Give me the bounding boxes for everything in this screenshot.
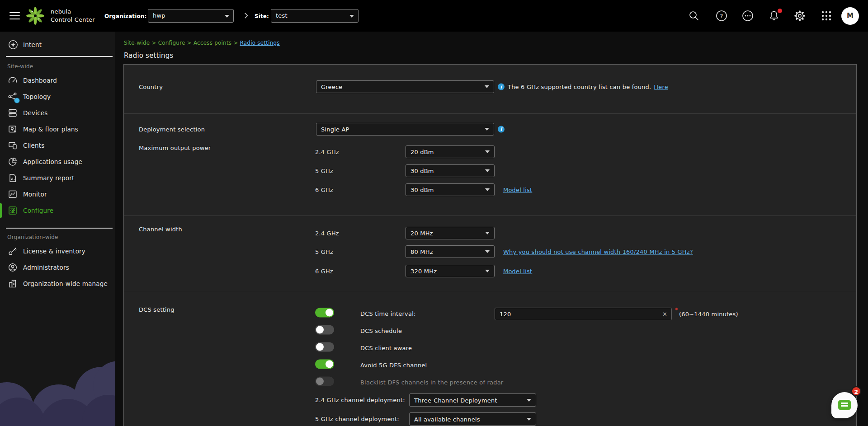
license-key-icon [8, 246, 18, 256]
avoid-5g-dfs-toggle[interactable] [315, 360, 334, 369]
sidebar-item-label: Dashboard [23, 77, 57, 84]
caret-down-icon [485, 150, 490, 153]
deployment-selection-select[interactable]: Single AP [316, 123, 494, 136]
dcs-time-interval-input[interactable]: 120 ✕ [495, 308, 672, 320]
sidebar-item-label: Applications usage [23, 158, 82, 165]
sidebar-item-configure[interactable]: Configure [0, 202, 115, 219]
model-list-link[interactable]: Model list [503, 187, 532, 193]
sidebar-item-map-floor-plans[interactable]: Map & floor plans [0, 121, 115, 137]
sidebar-section-site-wide: Site-wide [7, 63, 33, 70]
dcs-client-aware-toggle[interactable] [315, 342, 334, 352]
sidebar-item-summary-report[interactable]: Summary report [0, 170, 115, 186]
menu-icon[interactable] [9, 12, 20, 20]
chat-widget-button[interactable] [831, 392, 858, 418]
sidebar-item-monitor[interactable]: Monitor [0, 186, 115, 202]
info-icon[interactable]: i [498, 126, 505, 133]
width-5-select[interactable]: 80 MHz [406, 245, 495, 258]
here-link[interactable]: Here [654, 84, 668, 90]
sidebar-item-clients[interactable]: Clients [0, 137, 115, 154]
clear-input-icon[interactable]: ✕ [662, 311, 667, 318]
clients-icon [8, 140, 18, 150]
caret-down-icon [485, 270, 490, 272]
svg-text:?: ? [720, 13, 723, 19]
caret-down-icon [485, 85, 489, 88]
dcs-schedule-toggle[interactable] [315, 325, 334, 335]
caret-down-icon [225, 15, 229, 18]
caret-down-icon [527, 399, 531, 402]
header: nebula Control Center Organization: hwp … [0, 0, 868, 32]
caret-down-icon [485, 232, 490, 234]
channel-width-warning-link[interactable]: Why you should not use channel width 160… [503, 248, 693, 255]
width-5-value: 80 MHz [410, 248, 433, 255]
chat-unread-badge: 2 [851, 386, 861, 396]
deployment-value: Single AP [321, 126, 349, 133]
sidebar-item-label: License & inventory [23, 248, 85, 255]
sidebar-item-organization-wide-manage[interactable]: Organization-wide manage [0, 276, 115, 292]
width-24-select[interactable]: 20 MHz [406, 227, 495, 239]
settings-gear-icon[interactable] [794, 10, 806, 22]
breadcrumb: Site-wide > Configure > Access points > … [124, 40, 280, 46]
sidebar-item-administrators[interactable]: Administrators [0, 259, 115, 276]
channel-deployment-5-select[interactable]: All available channels [409, 412, 536, 426]
sidebar-item-intent[interactable]: Intent [0, 37, 115, 53]
sidebar-item-label: Administrators [23, 264, 69, 271]
search-icon[interactable] [688, 10, 700, 22]
dcs-setting-label: DCS setting [139, 306, 175, 313]
page-title: Radio settings [124, 51, 174, 60]
caret-down-icon [527, 418, 531, 421]
sidebar-item-applications-usage[interactable]: Applications usage [0, 154, 115, 170]
map-icon [8, 124, 18, 134]
dcs-time-interval-toggle[interactable] [315, 308, 334, 318]
country-select[interactable]: Greece [316, 80, 494, 93]
info-icon[interactable]: i [498, 84, 505, 90]
apps-grid-icon[interactable] [821, 10, 832, 22]
power-6-value: 30 dBm [410, 187, 434, 193]
notification-dot [778, 9, 782, 13]
caret-down-icon [485, 188, 490, 191]
brand-text: nebula Control Center [51, 8, 95, 24]
channel-deployment-5-value: All available channels [414, 416, 480, 422]
country-label: Country [139, 84, 163, 90]
organization-value: hwp [153, 12, 165, 19]
sidebar-section-organization-wide: Organization-wide [7, 234, 58, 240]
organization-label: Organization: [104, 13, 146, 19]
sidebar-item-devices[interactable]: Devices [0, 105, 115, 121]
brand-line1: nebula [51, 8, 95, 16]
section-divider [124, 292, 856, 292]
site-select[interactable]: test [271, 9, 359, 23]
breadcrumb-radio-settings[interactable]: Radio settings [240, 40, 280, 46]
breadcrumb-site-wide[interactable]: Site-wide [124, 40, 150, 46]
sidebar-item-license-inventory[interactable]: License & inventory [0, 243, 115, 259]
topology-badge [14, 98, 20, 103]
width-6-value: 320 MHz [410, 268, 437, 275]
caret-down-icon [349, 15, 354, 18]
width-6-select[interactable]: 320 MHz [406, 265, 495, 277]
deployment-selection-label: Deployment selection [139, 126, 205, 133]
avatar[interactable]: M [841, 7, 859, 25]
intent-icon [8, 39, 19, 50]
breadcrumb-access-points[interactable]: Access points [193, 40, 231, 46]
band-label: 5 GHz [315, 168, 333, 174]
blacklist-dfs-label: Blacklist DFS channels in the presence o… [360, 379, 503, 386]
site-value: test [276, 12, 288, 19]
more-icon[interactable] [742, 10, 754, 22]
band-label: 5 GHz [315, 248, 333, 255]
sidebar-item-dashboard[interactable]: Dashboard [0, 72, 115, 89]
help-icon[interactable]: ? [716, 10, 727, 22]
power-6-select[interactable]: 30 dBm [406, 183, 495, 196]
dcs-schedule-label: DCS schedule [360, 328, 402, 334]
radio-settings-panel: Country Greece i The 6 GHz supported cou… [123, 64, 857, 426]
dashboard-icon [8, 75, 18, 85]
brand-line2: Control Center [51, 16, 95, 24]
organization-select[interactable]: hwp [148, 9, 234, 23]
sidebar-divider [6, 228, 113, 229]
channel-deployment-24-select[interactable]: Three-Channel Deployment [409, 393, 536, 407]
power-24-select[interactable]: 20 dBm [406, 145, 495, 158]
model-list-link[interactable]: Model list [503, 268, 532, 275]
applications-usage-icon [8, 157, 18, 167]
breadcrumb-configure[interactable]: Configure [158, 40, 185, 46]
nebula-logo-icon [24, 5, 46, 27]
administrators-icon [8, 262, 18, 272]
power-5-select[interactable]: 30 dBm [406, 164, 495, 177]
configure-icon [8, 206, 18, 215]
